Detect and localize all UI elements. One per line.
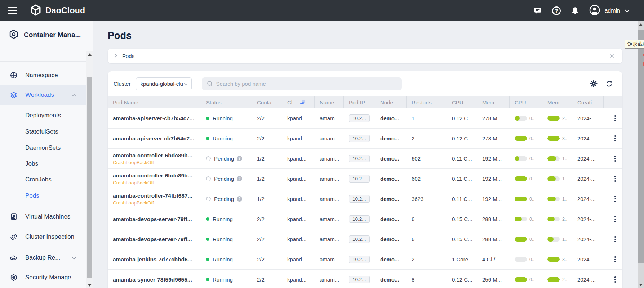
pod-name[interactable]: amamba-devops-server-79ff...	[113, 216, 192, 222]
brand[interactable]: DaoCloud	[30, 4, 85, 18]
cluster-name: kpand...	[282, 169, 315, 189]
pod-name[interactable]: amamba-devops-server-79ff...	[113, 236, 192, 243]
cpu-request: 0.11 C...	[447, 169, 477, 189]
status-text: Pending	[214, 176, 234, 182]
sidebar-item-security-manage[interactable]: Security Manage...	[0, 270, 86, 285]
user-menu[interactable]: admin	[589, 5, 630, 17]
memory-usage-gauge	[547, 116, 560, 121]
status-help-icon[interactable]: ?	[237, 176, 242, 181]
node-name[interactable]: demo...	[375, 209, 407, 229]
row-actions-button[interactable]	[611, 235, 619, 244]
sidebar-item-backup-re[interactable]: Backup Re...	[0, 251, 86, 265]
row-actions-button[interactable]	[611, 154, 619, 163]
cpu-request: 0.11 C...	[447, 189, 477, 209]
vm-icon	[10, 213, 18, 221]
pod-name[interactable]: amamba-syncer-78f59d9655...	[113, 276, 192, 283]
sidebar-item-deployments[interactable]: Deployments	[0, 108, 86, 123]
status-help-icon[interactable]: ?	[237, 196, 242, 202]
memory-request: 278 M...	[477, 108, 510, 128]
namespace-name: amam...	[315, 249, 344, 269]
refresh-icon[interactable]	[605, 80, 613, 87]
column-header: Cl...	[282, 96, 315, 108]
bell-icon[interactable]	[570, 6, 580, 15]
pod-ip-chip: 10.2...	[349, 114, 370, 122]
sidebar-item-cluster-inspection[interactable]: Cluster Inspection	[0, 230, 86, 244]
cluster-select[interactable]: kpanda-global-clu...	[136, 77, 192, 90]
pod-name[interactable]: amamba-apiserver-cb7b54c7...	[113, 135, 194, 142]
svg-text:?: ?	[555, 8, 558, 13]
row-actions-button[interactable]	[611, 114, 619, 123]
memory-request: 288 M...	[477, 209, 510, 229]
column-header	[604, 96, 622, 108]
cluster-select-value: kpanda-global-clu...	[141, 81, 183, 87]
sidebar-item-pods[interactable]: Pods	[0, 189, 86, 203]
memory-usage-gauge	[547, 197, 560, 201]
pod-name[interactable]: amamba-jenkins-7d77cbbd6...	[113, 256, 192, 263]
pod-name[interactable]: amamba-controller-74fbf687...	[113, 193, 192, 199]
table-row: amamba-controller-6bdc89b... CrashLoopBa…	[108, 169, 622, 189]
sidebar-item-jobs[interactable]: Jobs	[0, 157, 86, 171]
cpu-usage-gauge	[515, 116, 527, 121]
restarts-count: 8	[407, 270, 447, 288]
row-actions-button[interactable]	[611, 275, 619, 284]
memory-request: 4 Gi / ...	[477, 249, 510, 269]
running-status-icon	[206, 117, 209, 120]
column-header: Mem...	[542, 96, 572, 108]
sidebar-item-daemonsets[interactable]: DaemonSets	[0, 141, 86, 155]
status-text: Pending	[214, 196, 234, 202]
memory-usage-gauge	[547, 156, 560, 161]
pending-spinner-icon	[206, 156, 212, 162]
module-title: Container Mana...	[24, 31, 81, 39]
security-icon	[10, 274, 18, 282]
node-name[interactable]: demo...	[375, 229, 407, 249]
sidebar: Namespace Workloads Deployments Stateful…	[0, 21, 93, 288]
pod-ip-chip: 10.2...	[349, 256, 370, 263]
pod-name[interactable]: amamba-controller-6bdc89b...	[113, 172, 192, 179]
help-icon[interactable]: ?	[552, 6, 561, 15]
sidebar-item-cronjobs[interactable]: CronJobs	[0, 172, 86, 187]
node-name[interactable]: demo...	[375, 149, 407, 168]
node-name[interactable]: demo...	[375, 169, 407, 189]
settings-gear-icon[interactable]	[590, 80, 598, 87]
creation-time: 2024-...	[572, 249, 604, 269]
restarts-count: 1	[407, 108, 447, 128]
node-name[interactable]: demo...	[375, 270, 407, 288]
close-icon[interactable]	[609, 53, 614, 59]
row-actions-button[interactable]	[611, 255, 619, 264]
running-status-icon	[206, 217, 209, 221]
row-actions-button[interactable]	[611, 134, 619, 143]
node-name[interactable]: demo...	[375, 189, 407, 209]
column-header: Conta...	[252, 96, 282, 108]
sidebar-scrollbar[interactable]	[86, 51, 93, 288]
node-name[interactable]: demo...	[375, 108, 407, 128]
sort-icon[interactable]	[300, 100, 305, 105]
column-header: CPU ...	[447, 96, 477, 108]
cpu-request: 0.15 C...	[447, 209, 477, 229]
row-actions-button[interactable]	[611, 215, 619, 224]
module-header[interactable]: Container Mana...	[0, 21, 86, 49]
node-name[interactable]: demo...	[375, 129, 407, 148]
snip-tool-tooltip: 矩形截图	[625, 40, 644, 49]
cpu-usage-gauge	[515, 156, 527, 161]
row-actions-button[interactable]	[611, 194, 619, 203]
pod-name[interactable]: amamba-controller-6bdc89b...	[113, 152, 192, 159]
sidebar-item-virtual-machines[interactable]: Virtual Machines	[0, 210, 86, 224]
pod-warning-label: CrashLoopBackOff	[113, 160, 154, 165]
search-input[interactable]	[216, 81, 389, 87]
node-name[interactable]: demo...	[375, 249, 407, 269]
pod-name[interactable]: amamba-apiserver-cb7b54c7...	[113, 115, 194, 122]
status-help-icon[interactable]: ?	[237, 156, 242, 161]
cluster-name: kpand...	[282, 129, 315, 148]
menu-icon[interactable]	[8, 7, 17, 14]
page-scrollbar[interactable]	[638, 21, 644, 288]
column-header: Pod Name	[108, 96, 201, 108]
sidebar-scrollbar-thumb[interactable]	[87, 77, 92, 278]
row-actions-button[interactable]	[611, 174, 619, 183]
table-row: amamba-controller-74fbf687... CrashLoopB…	[108, 189, 622, 209]
memory-usage-gauge	[547, 277, 560, 282]
sidebar-item-workloads[interactable]: Workloads	[0, 85, 86, 105]
pod-ip-chip: 10.2...	[349, 175, 370, 183]
sidebar-item-statefulsets[interactable]: StatefulSets	[0, 125, 86, 139]
chat-icon[interactable]	[533, 6, 542, 15]
sidebar-item-namespace[interactable]: Namespace	[0, 68, 86, 82]
